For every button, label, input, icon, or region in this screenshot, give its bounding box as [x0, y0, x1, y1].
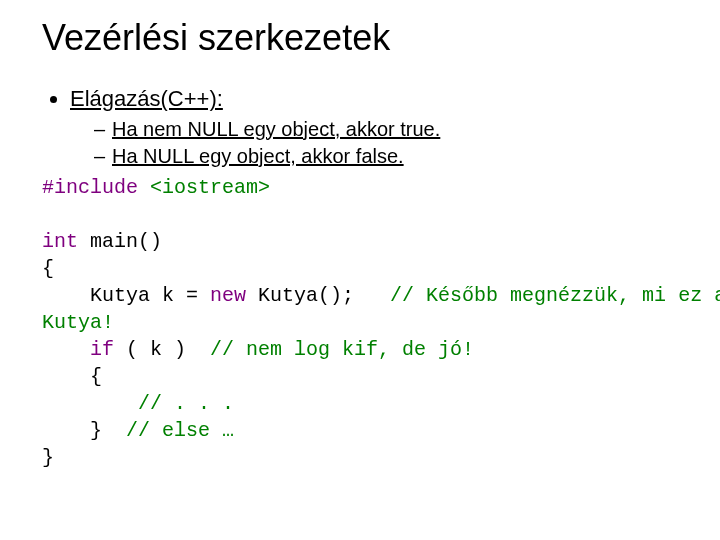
code-block: #include <iostream> int main() { Kutya k…	[42, 174, 690, 471]
sub-bullet-notnull: Ha nem NULL egy object, akkor true.	[94, 116, 690, 143]
code-keyword-if: if	[90, 338, 114, 361]
code-main-signature: main()	[78, 230, 162, 253]
bullet-branching-text: Elágazás(C++):	[70, 86, 223, 111]
code-open-brace: {	[42, 257, 54, 280]
code-if-cond: ( k )	[114, 338, 210, 361]
sub-bullet-null: Ha NULL egy object, akkor false.	[94, 143, 690, 170]
code-include-target: <iostream>	[150, 176, 270, 199]
bullet-branching: Elágazás(C++): Ha nem NULL egy object, a…	[70, 86, 690, 170]
code-inner-close-brace: }	[42, 419, 126, 442]
code-include-directive: #include	[42, 176, 150, 199]
code-decl-c: Kutya();	[246, 284, 390, 307]
bullet-list-level1: Elágazás(C++): Ha nem NULL egy object, a…	[42, 86, 690, 170]
code-comment-kutya-wrap: Kutya!	[42, 311, 114, 334]
code-keyword-new: new	[210, 284, 246, 307]
code-comment-notlog: // nem log kif, de jó!	[210, 338, 474, 361]
slide: Vezérlési szerkezetek Elágazás(C++): Ha …	[0, 0, 720, 540]
code-comment-dots: // . . .	[138, 392, 234, 415]
code-comment-else: // else …	[126, 419, 234, 442]
code-inner-open-brace: {	[42, 365, 102, 388]
code-keyword-int: int	[42, 230, 78, 253]
bullet-list-level2: Ha nem NULL egy object, akkor true. Ha N…	[70, 116, 690, 170]
code-decl-a: Kutya k =	[42, 284, 210, 307]
code-close-brace: }	[42, 446, 54, 469]
code-indent-dots	[42, 392, 138, 415]
code-if-pre	[42, 338, 90, 361]
slide-title: Vezérlési szerkezetek	[42, 18, 690, 58]
code-comment-later: // Később megnézzük, mi ez a	[390, 284, 720, 307]
